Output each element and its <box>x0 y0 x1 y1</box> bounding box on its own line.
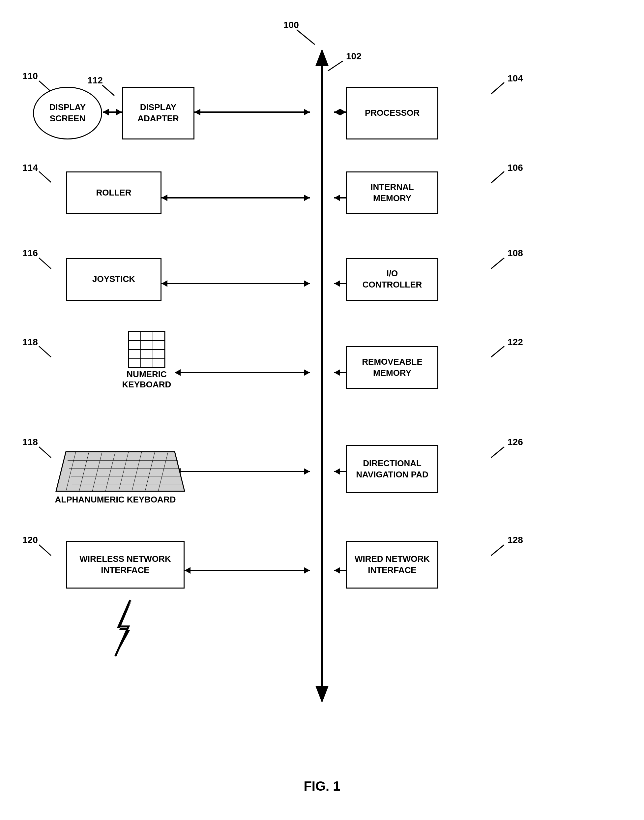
svg-marker-44 <box>334 567 340 574</box>
svg-marker-28 <box>304 369 310 376</box>
svg-line-52 <box>491 258 504 269</box>
joystick-label: JOYSTICK <box>92 274 135 285</box>
ref-114: 114 <box>22 163 38 173</box>
svg-line-47 <box>491 83 504 94</box>
ref-100: 100 <box>284 20 299 30</box>
svg-line-48 <box>39 81 51 92</box>
svg-marker-38 <box>334 468 340 475</box>
display-screen-node: DISPLAY SCREEN <box>33 87 102 140</box>
wired-network-label: WIRED NETWORKINTERFACE <box>355 554 430 576</box>
removeable-memory-node: REMOVEABLEMEMORY <box>346 346 439 389</box>
svg-line-54 <box>491 346 504 357</box>
fig-label: FIG. 1 <box>273 779 371 794</box>
display-screen-label: DISPLAY SCREEN <box>34 102 101 124</box>
svg-marker-4 <box>304 109 310 115</box>
svg-line-49 <box>102 85 114 96</box>
directional-nav-node: DIRECTIONALNAVIGATION PAD <box>346 445 439 493</box>
svg-marker-20 <box>334 195 340 201</box>
svg-marker-1 <box>316 49 328 66</box>
ref-120: 120 <box>22 535 38 545</box>
ref-118a: 118 <box>22 337 38 347</box>
display-adapter-node: DISPLAYADAPTER <box>122 87 195 140</box>
ref-112: 112 <box>87 75 103 86</box>
ref-102: 102 <box>346 51 362 61</box>
svg-line-53 <box>39 258 51 269</box>
ref-116: 116 <box>22 248 38 258</box>
svg-marker-41 <box>184 567 190 574</box>
svg-marker-5 <box>195 109 200 115</box>
svg-marker-60 <box>115 600 132 658</box>
svg-marker-32 <box>334 369 340 376</box>
wireless-network-node: WIRELESS NETWORKINTERFACE <box>66 541 184 588</box>
svg-line-58 <box>491 545 504 556</box>
svg-line-59 <box>39 545 51 556</box>
internal-memory-node: INTERNALMEMORY <box>346 172 439 214</box>
svg-marker-17 <box>161 195 167 201</box>
ref-118b: 118 <box>22 437 38 447</box>
wireless-network-label: WIRELESS NETWORKINTERFACE <box>80 554 171 576</box>
svg-line-50 <box>491 172 504 183</box>
svg-marker-34 <box>304 468 310 475</box>
svg-marker-16 <box>304 195 310 201</box>
svg-marker-22 <box>304 280 310 287</box>
ref-126: 126 <box>508 437 523 447</box>
display-adapter-label: DISPLAYADAPTER <box>138 102 179 124</box>
directional-nav-label: DIRECTIONALNAVIGATION PAD <box>356 458 428 481</box>
svg-line-57 <box>39 447 51 458</box>
diagram-container: 100 102 104 110 112 106 114 108 116 122 … <box>0 0 644 820</box>
svg-line-45 <box>297 30 315 45</box>
internal-memory-label: INTERNALMEMORY <box>370 182 414 204</box>
svg-marker-11 <box>334 109 340 115</box>
ref-108: 108 <box>508 248 523 258</box>
ref-110: 110 <box>22 71 38 81</box>
svg-marker-13 <box>116 109 122 115</box>
alphanumeric-keyboard-label: ALPHANUMERIC KEYBOARD <box>51 494 179 505</box>
processor-node: PROCESSOR <box>346 87 439 140</box>
svg-line-51 <box>39 172 51 182</box>
removeable-memory-label: REMOVEABLEMEMORY <box>362 356 422 379</box>
wired-network-node: WIRED NETWORKINTERFACE <box>346 541 439 588</box>
ref-128: 128 <box>508 535 523 545</box>
svg-marker-23 <box>161 280 167 287</box>
joystick-node: JOYSTICK <box>66 258 161 301</box>
svg-marker-2 <box>316 686 328 703</box>
ref-106: 106 <box>508 163 523 173</box>
roller-node: ROLLER <box>66 172 161 214</box>
svg-marker-26 <box>334 280 340 287</box>
ref-104: 104 <box>508 73 523 84</box>
numeric-keyboard-label: NUMERICKEYBOARD <box>114 369 179 390</box>
svg-marker-14 <box>103 109 109 115</box>
svg-line-46 <box>328 61 343 71</box>
io-controller-label: I/OCONTROLLER <box>363 268 422 290</box>
svg-line-56 <box>491 447 504 458</box>
svg-marker-40 <box>304 567 310 574</box>
ref-122: 122 <box>508 337 523 347</box>
io-controller-node: I/OCONTROLLER <box>346 258 439 301</box>
svg-line-55 <box>39 346 51 357</box>
roller-label: ROLLER <box>96 187 132 198</box>
processor-label: PROCESSOR <box>365 107 420 119</box>
